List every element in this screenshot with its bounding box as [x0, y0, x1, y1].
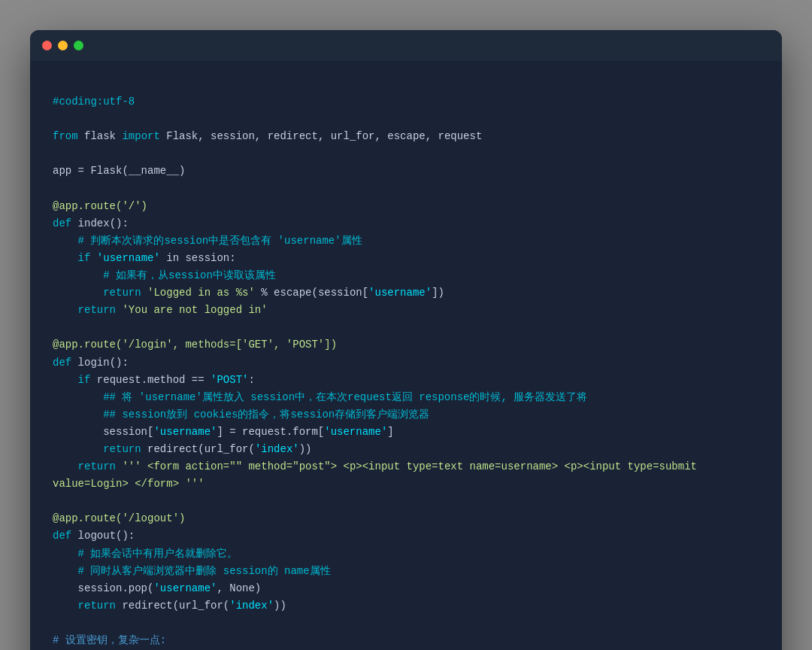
- outer-container: #coding:utf-8 from flask import Flask, s…: [0, 0, 812, 650]
- index-str-1: 'index': [255, 443, 299, 455]
- if-keyword-2: if: [78, 374, 91, 386]
- comment-get-from-session: # 如果有，从session中读取该属性: [103, 269, 276, 281]
- import-keyword: import: [122, 130, 159, 142]
- return-keyword-5: return: [78, 600, 116, 612]
- not-logged-str: 'You are not logged in': [122, 304, 267, 316]
- form-html-str: ''' <form action="" method="post"> <p><i…: [53, 460, 697, 490]
- return-keyword-4: return: [78, 460, 116, 472]
- minimize-button[interactable]: [58, 41, 68, 50]
- def-keyword-index: def: [53, 217, 71, 229]
- coding-comment: #coding:utf-8: [53, 96, 135, 108]
- code-area: #coding:utf-8 from flask import Flask, s…: [30, 61, 782, 650]
- username-str-2: 'username': [368, 287, 432, 299]
- titlebar: [30, 30, 782, 61]
- window-wrapper: #coding:utf-8 from flask import Flask, s…: [30, 30, 782, 650]
- username-str-5: 'username': [153, 582, 217, 594]
- username-str-4: 'username': [324, 426, 387, 438]
- username-str-1: 'username': [97, 252, 160, 264]
- def-keyword-login: def: [53, 357, 71, 369]
- index-str-2: 'index': [229, 600, 274, 612]
- maximize-button[interactable]: [74, 41, 83, 50]
- comment-remove-username: # 如果会话中有用户名就删除它。: [78, 548, 238, 560]
- def-keyword-logout: def: [53, 530, 71, 542]
- from-keyword: from: [53, 130, 78, 142]
- comment-secret-key: # 设置密钥，复杂一点:: [53, 634, 166, 646]
- logged-in-str: 'Logged in as %s': [147, 287, 255, 299]
- comment-check-username: # 判断本次请求的session中是否包含有 'username'属性: [78, 235, 362, 247]
- post-str: 'POST': [211, 374, 248, 386]
- comment-add-username: ## 将 'username'属性放入 session中，在本次request返…: [103, 391, 587, 403]
- if-keyword-1: if: [78, 252, 91, 264]
- terminal-window: #coding:utf-8 from flask import Flask, s…: [30, 30, 782, 650]
- decorator-route-login: @app.route('/login', methods=['GET', 'PO…: [53, 339, 337, 351]
- return-keyword-2: return: [78, 304, 116, 316]
- username-str-3: 'username': [153, 426, 217, 438]
- close-button[interactable]: [42, 41, 52, 50]
- comment-remove-session: # 同时从客户端浏览器中删除 session的 name属性: [78, 565, 331, 577]
- return-keyword-1: return: [103, 287, 141, 299]
- return-keyword-3: return: [103, 443, 141, 455]
- decorator-route-logout: @app.route('/logout'): [53, 512, 185, 524]
- decorator-route-index: @app.route('/'): [53, 200, 147, 212]
- comment-cookie: ## session放到 cookies的指令，将session存储到客户端浏览…: [103, 409, 429, 421]
